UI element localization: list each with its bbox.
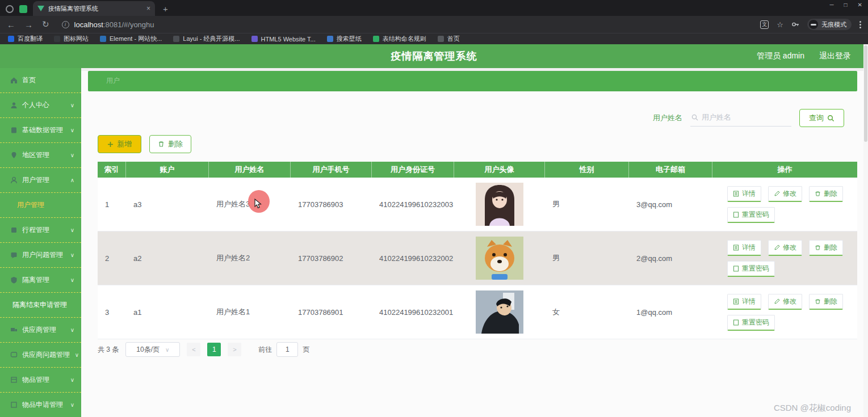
avatar-young-man bbox=[476, 290, 523, 334]
forward-button[interactable]: → bbox=[24, 20, 33, 30]
content-banner: 用户 bbox=[88, 71, 857, 91]
tab-close-icon[interactable]: × bbox=[146, 5, 150, 12]
sidebar-item-trip-mgmt[interactable]: 行程管理 ∨ bbox=[0, 218, 81, 243]
bookmark-icon bbox=[8, 36, 14, 42]
plus-icon bbox=[107, 141, 114, 148]
bookmark-icon bbox=[251, 36, 258, 42]
bookmark-baidu-translate[interactable]: 百度翻译 bbox=[8, 35, 43, 43]
new-tab-button[interactable]: + bbox=[163, 4, 168, 16]
sidebar-item-isolation-mgmt[interactable]: 隔离管理 ∨ bbox=[0, 268, 81, 293]
goto-page-input[interactable] bbox=[276, 342, 298, 357]
prev-page-button[interactable]: < bbox=[187, 343, 200, 356]
sidebar-item-user-mgmt[interactable]: 用户管理 ∧ bbox=[0, 168, 81, 193]
cell-avatar bbox=[454, 231, 545, 285]
row-delete-button[interactable]: 删除 bbox=[809, 240, 843, 256]
bookmark-icon bbox=[373, 36, 379, 42]
browser-tab[interactable]: 疫情隔离管理系统 × bbox=[33, 1, 155, 16]
sidebar-item-base-data[interactable]: 基础数据管理 ∨ bbox=[0, 118, 81, 143]
cell-email: 1@qq.com bbox=[629, 285, 712, 339]
sidebar-subitem-user-mgmt[interactable]: 用户管理 bbox=[0, 193, 81, 218]
page-title: 疫情隔离管理系统 bbox=[0, 44, 868, 68]
trash-icon bbox=[815, 245, 821, 251]
table-row[interactable]: 3 a1 用户姓名1 17703786901 41022419961023200… bbox=[98, 285, 857, 339]
detail-button[interactable]: 详情 bbox=[727, 294, 761, 310]
query-button[interactable]: 查询 bbox=[799, 109, 844, 127]
cell-avatar bbox=[454, 178, 545, 231]
search-icon bbox=[827, 115, 835, 122]
window-minimize-button[interactable]: ─ bbox=[829, 2, 833, 8]
users-table: 索引 账户 用户姓名 用户手机号 用户身份证号 用户头像 性别 电子邮箱 操作 … bbox=[98, 162, 857, 339]
scrollbar-thumb[interactable] bbox=[864, 45, 867, 142]
tab-title: 疫情隔离管理系统 bbox=[48, 5, 142, 13]
sidebar-item-region[interactable]: 地区管理 ∨ bbox=[0, 143, 81, 168]
edit-button[interactable]: 修改 bbox=[768, 294, 802, 310]
search-input[interactable]: 用户姓名 bbox=[690, 110, 791, 127]
bookmark-layui[interactable]: Layui - 经典开源模... bbox=[173, 35, 240, 43]
key-icon[interactable] bbox=[791, 20, 799, 28]
bookmark-wallpaper[interactable]: 搜索壁纸 bbox=[327, 35, 362, 43]
edit-button[interactable]: 修改 bbox=[768, 240, 802, 256]
next-page-button[interactable]: > bbox=[228, 343, 241, 356]
reset-password-button[interactable]: 重置密码 bbox=[727, 261, 775, 277]
row-delete-button[interactable]: 删除 bbox=[809, 294, 843, 310]
table-row[interactable]: 2 a2 用户姓名2 17703786902 41022419961023200… bbox=[98, 231, 857, 285]
document-icon bbox=[733, 212, 739, 218]
cell-actions: 详情 修改 删除 重置密码 bbox=[712, 231, 857, 285]
bookmark-naming-rules[interactable]: 表结构命名规则 bbox=[373, 35, 426, 43]
logout-link[interactable]: 退出登录 bbox=[819, 51, 851, 61]
edit-button[interactable]: 修改 bbox=[768, 186, 802, 202]
bookmark-html5[interactable]: HTML5 Website T... bbox=[251, 36, 316, 43]
page-size-select[interactable]: 10条/页 ∨ bbox=[125, 342, 180, 357]
sidebar-item-goods-request[interactable]: 物品申请管理 ∨ bbox=[0, 393, 81, 417]
sidebar-item-user-question[interactable]: 用户问题管理 ∨ bbox=[0, 243, 81, 268]
sidebar-item-goods-mgmt[interactable]: 物品管理 ∨ bbox=[0, 368, 81, 393]
document-icon bbox=[733, 245, 739, 251]
detail-button[interactable]: 详情 bbox=[727, 240, 761, 256]
sidebar-item-isolation-end-request[interactable]: 隔离结束申请管理 bbox=[0, 293, 81, 318]
browser-logo-icon bbox=[6, 5, 14, 13]
row-delete-button[interactable]: 删除 bbox=[809, 186, 843, 202]
delete-button[interactable]: 删除 bbox=[149, 135, 191, 153]
bookmark-element[interactable]: Element - 网站快... bbox=[100, 35, 162, 43]
browser-menu-icon[interactable] bbox=[859, 21, 861, 28]
bookmark-home[interactable]: 首页 bbox=[438, 35, 460, 43]
address-bar[interactable]: i localhost:8081/#/yonghu bbox=[62, 19, 761, 30]
chevron-down-icon: ∨ bbox=[70, 127, 74, 133]
bookmark-star-icon[interactable]: ☆ bbox=[777, 20, 783, 29]
window-maximize-button[interactable]: □ bbox=[844, 2, 848, 8]
page-scrollbar[interactable] bbox=[863, 44, 868, 417]
sidebar-item-supplier-question[interactable]: 供应商问题管理 ∨ bbox=[0, 343, 81, 368]
sidebar-item-home[interactable]: 首页 bbox=[0, 68, 81, 93]
pencil-icon bbox=[774, 191, 780, 197]
reset-password-button[interactable]: 重置密码 bbox=[727, 207, 775, 223]
watermark: CSDN @花椒coding bbox=[774, 403, 851, 414]
reload-button[interactable]: ↻ bbox=[42, 19, 49, 30]
detail-button[interactable]: 详情 bbox=[727, 186, 761, 202]
bookmarks-bar: 百度翻译 图标网站 Element - 网站快... Layui - 经典开源模… bbox=[0, 33, 868, 44]
window-close-button[interactable]: ✕ bbox=[858, 2, 862, 8]
cell-index: 1 bbox=[98, 178, 126, 231]
chevron-down-icon: ∨ bbox=[70, 102, 74, 108]
browser-tab-strip: 疫情隔离管理系统 × + ─ □ ✕ bbox=[0, 0, 868, 16]
table-row[interactable]: 1 a3 用户姓名3 17703786903 41022419961023200… bbox=[98, 178, 857, 231]
bookmark-icon bbox=[327, 36, 333, 42]
sidebar-item-supplier-mgmt[interactable]: 供应商管理 ∨ bbox=[0, 318, 81, 343]
translate-icon[interactable]: 文 bbox=[760, 20, 769, 29]
bookmark-icon-site[interactable]: 图标网站 bbox=[54, 35, 89, 43]
cell-gender: 男 bbox=[545, 178, 629, 231]
vue-favicon-icon bbox=[37, 6, 44, 11]
reset-password-button[interactable]: 重置密码 bbox=[727, 315, 775, 331]
sidebar-item-personal-center[interactable]: 个人中心 ∨ bbox=[0, 93, 81, 118]
mouse-cursor-icon bbox=[254, 199, 263, 209]
trash-icon bbox=[815, 298, 821, 305]
back-button[interactable]: ← bbox=[7, 20, 15, 30]
url-path: :8081/#/yonghu bbox=[103, 20, 154, 29]
table-header: 索引 账户 用户姓名 用户手机号 用户身份证号 用户头像 性别 电子邮箱 操作 bbox=[98, 162, 857, 178]
site-info-icon[interactable]: i bbox=[62, 21, 69, 28]
current-page-button[interactable]: 1 bbox=[207, 343, 221, 356]
pinned-app-icon[interactable] bbox=[19, 5, 27, 13]
goto-unit-label: 页 bbox=[303, 345, 309, 355]
add-button[interactable]: 新增 bbox=[98, 135, 141, 153]
incognito-label: 无痕模式 bbox=[821, 20, 846, 29]
bookmark-icon bbox=[54, 36, 60, 42]
